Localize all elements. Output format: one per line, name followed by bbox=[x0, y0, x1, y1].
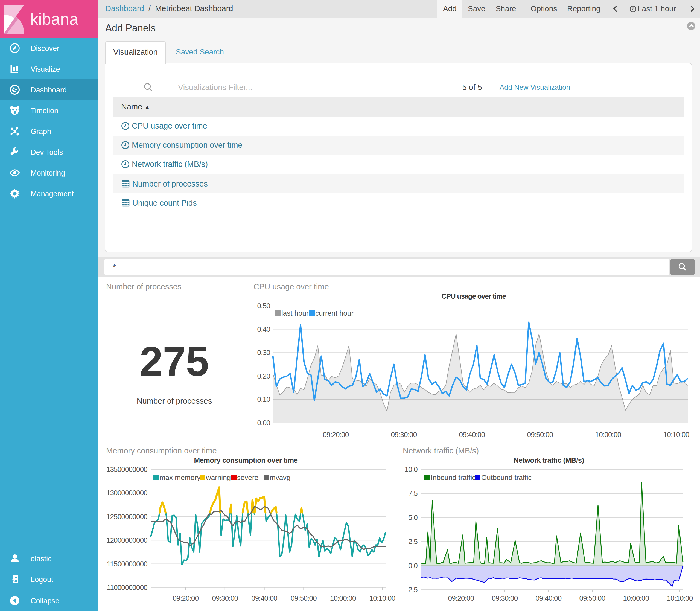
svg-text:mvavg: mvavg bbox=[270, 474, 291, 482]
svg-text:0.30: 0.30 bbox=[257, 348, 271, 357]
svg-text:12500000000: 12500000000 bbox=[106, 512, 148, 521]
svg-text:0.00: 0.00 bbox=[257, 419, 271, 427]
svg-text:09:30:00: 09:30:00 bbox=[492, 594, 518, 602]
svg-text:13500000000: 13500000000 bbox=[106, 465, 148, 474]
svg-text:Memory consumption over time: Memory consumption over time bbox=[194, 456, 298, 464]
svg-text:current hour: current hour bbox=[315, 309, 354, 317]
svg-text:max memory: max memory bbox=[159, 474, 200, 482]
svg-text:warning: warning bbox=[206, 474, 231, 482]
svg-text:2.5: 2.5 bbox=[408, 537, 417, 546]
svg-text:09:40:00: 09:40:00 bbox=[459, 431, 485, 439]
svg-text:13000000000: 13000000000 bbox=[106, 489, 148, 497]
svg-text:12000000000: 12000000000 bbox=[106, 536, 148, 544]
svg-text:CPU usage over time: CPU usage over time bbox=[441, 292, 506, 300]
svg-text:10:00:00: 10:00:00 bbox=[595, 431, 621, 439]
svg-text:10:10:00: 10:10:00 bbox=[369, 594, 395, 602]
svg-text:last hour: last hour bbox=[281, 309, 309, 317]
svg-text:09:30:00: 09:30:00 bbox=[212, 594, 238, 602]
svg-text:10:00:00: 10:00:00 bbox=[623, 594, 649, 602]
svg-text:09:50:00: 09:50:00 bbox=[579, 594, 605, 602]
svg-text:0.50: 0.50 bbox=[257, 302, 271, 310]
svg-text:11000000000: 11000000000 bbox=[107, 583, 148, 592]
svg-text:5.0: 5.0 bbox=[408, 513, 417, 522]
svg-text:09:20:00: 09:20:00 bbox=[323, 431, 349, 439]
svg-text:09:30:00: 09:30:00 bbox=[391, 431, 417, 439]
svg-text:severe: severe bbox=[237, 474, 258, 482]
svg-text:10.0: 10.0 bbox=[405, 465, 418, 474]
svg-text:11500000000: 11500000000 bbox=[107, 560, 148, 568]
svg-text:09:20:00: 09:20:00 bbox=[173, 594, 199, 602]
svg-text:0.40: 0.40 bbox=[257, 325, 271, 333]
svg-text:10:10:00: 10:10:00 bbox=[667, 594, 693, 602]
svg-text:Outbound traffic: Outbound traffic bbox=[481, 474, 532, 482]
svg-text:09:40:00: 09:40:00 bbox=[251, 594, 277, 602]
svg-text:0.20: 0.20 bbox=[257, 372, 271, 380]
svg-text:Network traffic (MB/s): Network traffic (MB/s) bbox=[514, 456, 584, 464]
svg-text:09:40:00: 09:40:00 bbox=[536, 594, 562, 602]
svg-text:10:10:00: 10:10:00 bbox=[663, 431, 689, 439]
svg-text:09:50:00: 09:50:00 bbox=[527, 431, 553, 439]
svg-text:7.5: 7.5 bbox=[408, 489, 417, 497]
svg-text:09:20:00: 09:20:00 bbox=[448, 594, 474, 602]
svg-text:-2.5: -2.5 bbox=[406, 585, 417, 594]
svg-text:0.10: 0.10 bbox=[257, 395, 271, 403]
svg-text:0.0: 0.0 bbox=[408, 562, 417, 570]
svg-text:09:50:00: 09:50:00 bbox=[291, 594, 317, 602]
svg-text:10:00:00: 10:00:00 bbox=[330, 594, 356, 602]
svg-text:Inbound traffic: Inbound traffic bbox=[431, 474, 475, 482]
